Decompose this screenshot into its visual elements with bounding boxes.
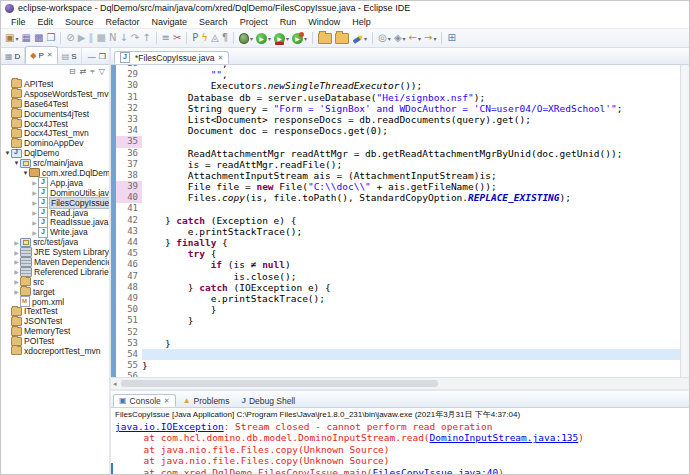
chevron-expanded-icon[interactable]: ▼ (22, 170, 29, 176)
drop-to-frame-button[interactable]: ≡ (161, 31, 171, 46)
dropdown-arrow-icon[interactable]: ▾ (15, 35, 18, 42)
tree-item-write-java[interactable]: ▶Write.java (1, 227, 109, 237)
editor-tab-filescopyissue[interactable]: *FilesCopyIssue.java ✕ (114, 51, 229, 64)
line-number[interactable]: 32 (111, 103, 142, 114)
code-line-56[interactable]: 56 (111, 371, 681, 377)
code-line-50[interactable]: 50 } (111, 304, 681, 315)
line-number[interactable]: 29 (111, 69, 142, 80)
suspend-button[interactable]: ∥ (87, 31, 94, 46)
code-line-44[interactable]: 44 } finally { (111, 237, 681, 248)
tree-item-target[interactable]: ▶target (1, 287, 109, 297)
skip-all-breakpoints-button[interactable]: ⊘ (65, 31, 75, 46)
console-tab-debug-shell[interactable]: JDebug Shell (236, 394, 300, 407)
code-line-45[interactable]: 45 try { (111, 248, 681, 259)
console-tab-problems[interactable]: ▲Problems (178, 394, 235, 407)
open-task-button[interactable]: P (191, 31, 199, 46)
search-button[interactable]: ▾ (351, 31, 368, 46)
view-tab-package-explorer[interactable]: ◆P✕ (25, 46, 57, 64)
line-number[interactable]: 46 (111, 259, 142, 270)
line-number[interactable]: 31 (111, 92, 142, 103)
console-hyperlink[interactable]: DominoInputStream.java:135 (430, 432, 579, 443)
code-line-39[interactable]: 39 File file = new File("C:\\doc\\" + ai… (111, 181, 681, 192)
code-line-53[interactable]: 53 } (111, 338, 681, 349)
step-over-button[interactable]: ↷ (130, 31, 140, 46)
console-hyperlink[interactable]: FilesCopyIssue.java:40 (372, 467, 498, 475)
code-line-33[interactable]: 33 List<Document> responseDocs = db.read… (111, 114, 681, 125)
line-number[interactable]: 40 (111, 192, 142, 203)
chevron-collapsed-icon[interactable]: ▶ (31, 179, 38, 186)
line-number[interactable]: 44 (111, 237, 142, 248)
menu-run[interactable]: Run (274, 17, 303, 27)
line-number[interactable]: 39 (111, 181, 142, 192)
terminate-button[interactable]: ■ (95, 31, 106, 46)
code-line-47[interactable]: 47 is.close(); (111, 271, 681, 282)
code-line-52[interactable]: 52 (111, 327, 681, 338)
coverage-button[interactable]: ▶▾ (273, 31, 290, 46)
code-line-46[interactable]: 46 if (is ≠ null) (111, 259, 681, 270)
filters-icon[interactable]: ⫧ (90, 67, 95, 76)
view-tab-debug[interactable]: ▦D (1, 48, 25, 64)
step-return-button[interactable]: ↑ (141, 31, 151, 46)
close-icon[interactable]: ✕ (217, 54, 223, 62)
code-line-43[interactable]: 43 e.printStackTrace(); (111, 226, 681, 237)
profile-button[interactable]: ▶▾ (291, 31, 308, 46)
close-icon[interactable]: ✕ (164, 397, 170, 405)
menu-file[interactable]: File (5, 17, 32, 27)
code-editor[interactable]: 28 "",29 "",30 Executors.newSingleThread… (111, 65, 689, 377)
console-hyperlink[interactable]: java.io.IOException (115, 421, 224, 432)
disconnect-button[interactable]: N (108, 31, 117, 46)
line-number[interactable]: 35 (111, 136, 142, 147)
tree-item-app-java[interactable]: ▶App.java (1, 178, 109, 188)
dropdown-arrow-icon[interactable]: ▾ (433, 35, 436, 42)
chevron-expanded-icon[interactable]: ▼ (13, 160, 20, 166)
project-tree[interactable]: APITestAsposeWordsTest_mvnBase64TestDocu… (1, 78, 109, 475)
scrollbar-thumb[interactable] (121, 380, 439, 387)
line-number[interactable]: 42 (111, 215, 142, 226)
code-line-32[interactable]: 32 String query = "Form = 'SignBox' and … (111, 103, 681, 114)
chevron-collapsed-icon[interactable]: ▶ (13, 249, 20, 256)
code-line-49[interactable]: 49 e.printStackTrace(); (111, 293, 681, 304)
use-step-filters-button[interactable]: ✂ (172, 31, 182, 46)
view-tab-search[interactable]: ▤S (58, 48, 82, 64)
chevron-collapsed-icon[interactable]: ▶ (31, 189, 38, 196)
new-wizard-button[interactable]: ▣▾ (4, 31, 19, 46)
collapse-all-icon[interactable]: ⊟ (69, 67, 76, 76)
save-button[interactable]: ▦ (20, 31, 31, 46)
external-tools-button[interactable]: ϟ (200, 31, 209, 46)
code-line-41[interactable]: 41 (111, 203, 681, 214)
step-into-button[interactable]: ↓ (118, 31, 128, 46)
tree-item-jre-system-library-javas[interactable]: ▶JRE System Library [JavaS (1, 247, 109, 257)
tree-item-maven-dependencies[interactable]: ▶Maven Dependencies (1, 257, 109, 267)
chevron-collapsed-icon[interactable]: ▶ (31, 209, 38, 216)
menu-project[interactable]: Project (234, 17, 274, 27)
chevron-collapsed-icon[interactable]: ▶ (31, 219, 38, 226)
line-number[interactable]: 52 (111, 327, 142, 338)
line-number[interactable]: 53 (111, 338, 142, 349)
forward-button[interactable]: →▾ (423, 31, 437, 46)
open-type-button[interactable] (317, 31, 333, 46)
line-number[interactable]: 34 (111, 125, 142, 136)
chevron-collapsed-icon[interactable]: ▶ (13, 239, 20, 246)
code-line-31[interactable]: 31 Database db = server.useDatabase("Hei… (111, 92, 681, 103)
dropdown-arrow-icon[interactable]: ▾ (304, 35, 307, 42)
code-line-29[interactable]: 29 "", (111, 69, 681, 80)
view-menu-icon[interactable]: ▽ (99, 67, 105, 76)
menu-window[interactable]: Window (302, 17, 346, 27)
line-number[interactable]: 37 (111, 159, 142, 170)
tree-item-dqldemo[interactable]: ▼DqlDemo (1, 148, 109, 158)
line-number[interactable]: 38 (111, 170, 142, 181)
dropdown-arrow-icon[interactable]: ▾ (286, 35, 289, 42)
code-line-54[interactable]: 54 (111, 349, 681, 360)
chevron-collapsed-icon[interactable]: ▶ (13, 268, 20, 275)
overview-ruler[interactable] (680, 65, 689, 377)
chevron-expanded-icon[interactable]: ▼ (4, 150, 11, 156)
open-perspective-button[interactable]: ⊞ (446, 31, 456, 46)
console-tab-console[interactable]: ▣Console✕ (113, 394, 176, 407)
code-line-35[interactable]: 35 (111, 136, 681, 147)
tree-item-readissue-java[interactable]: ▶ReadIssue.java (1, 217, 109, 227)
link-with-editor-icon[interactable]: ⇄ (80, 67, 87, 76)
menu-help[interactable]: Help (346, 17, 377, 27)
dropdown-arrow-icon[interactable]: ▾ (388, 35, 391, 42)
code-line-36[interactable]: 36 ReadAttachmentMgr readAttMgr = db.get… (111, 148, 681, 159)
chevron-collapsed-icon[interactable]: ▶ (13, 288, 20, 295)
